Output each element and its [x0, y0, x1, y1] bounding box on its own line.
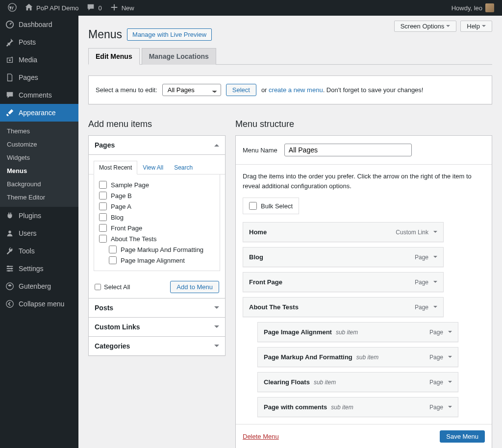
menu-name-label: Menu Name [243, 147, 277, 154]
page-check-row[interactable]: Sample Page [99, 179, 215, 190]
menu-label: Appearance [19, 109, 56, 117]
menu-name-input[interactable] [284, 144, 412, 156]
page-checkbox[interactable] [109, 256, 117, 264]
greeting-text: Howdy, leo [452, 4, 482, 12]
caret-down-icon[interactable] [433, 231, 437, 235]
submenu-customize[interactable]: Customize [0, 138, 78, 151]
delete-menu-link[interactable]: Delete Menu [243, 433, 279, 440]
page-check-row[interactable]: Page A [99, 201, 215, 212]
submenu-theme-editor[interactable]: Theme Editor [0, 191, 78, 204]
metabox-pages: Pages Most Recent View All Search Sample… [88, 135, 226, 299]
menu-tools[interactable]: Tools [0, 242, 78, 260]
menu-item-wrap: Clearing Floatssub itemPage [243, 372, 485, 392]
metabox-posts-toggle[interactable]: Posts [89, 299, 225, 317]
site-name[interactable]: PoP API Demo [21, 0, 82, 16]
menu-gutenberg[interactable]: Gutenberg [0, 277, 78, 295]
page-check-row[interactable]: Blog [99, 212, 215, 223]
caret-down-icon[interactable] [433, 306, 437, 310]
svg-point-8 [6, 300, 13, 307]
page-check-row[interactable]: Page Image Alignment [99, 255, 215, 266]
menu-item-row[interactable]: Page with commentssub itemPage [257, 397, 458, 417]
menu-item-row[interactable]: BlogPage [243, 247, 444, 267]
page-checkbox[interactable] [99, 235, 107, 243]
submenu-menus[interactable]: Menus [0, 164, 78, 177]
menu-item-wrap: Page Image Alignmentsub itemPage [243, 322, 485, 342]
metabox-pages-toggle[interactable]: Pages [89, 136, 225, 155]
add-to-menu-button[interactable]: Add to Menu [170, 281, 219, 293]
comment-icon [86, 3, 95, 13]
menu-label: Users [19, 229, 37, 237]
select-all-checkbox[interactable] [95, 284, 101, 290]
caret-down-icon[interactable] [448, 331, 452, 335]
caret-down-icon[interactable] [433, 256, 437, 260]
metabox-categories-toggle[interactable]: Categories [89, 337, 225, 355]
menu-item-type: Page [429, 404, 443, 411]
user-greeting[interactable]: Howdy, leo [448, 0, 498, 16]
menu-dashboard[interactable]: Dashboard [0, 16, 78, 33]
menu-appearance[interactable]: Appearance [0, 104, 78, 122]
tab-manage-locations[interactable]: Manage Locations [142, 48, 216, 65]
page-check-row[interactable]: Front Page [99, 223, 215, 233]
menu-plugins[interactable]: Plugins [0, 207, 78, 224]
bulk-select-box[interactable]: Bulk Select [243, 198, 299, 214]
page-check-row[interactable]: About The Tests [99, 233, 215, 244]
submenu-themes[interactable]: Themes [0, 124, 78, 138]
menu-item-type: Page [415, 279, 428, 286]
menu-item-wrap: About The TestsPage [243, 297, 485, 317]
page-checkbox[interactable] [99, 181, 107, 189]
dashboard-icon [5, 20, 15, 29]
select-all-label[interactable]: Select All [95, 283, 130, 291]
appearance-submenu: Themes Customize Widgets Menus Backgroun… [0, 122, 78, 207]
admin-sidebar: Dashboard Posts Media Pages Comments App… [0, 16, 78, 448]
page-checkbox[interactable] [99, 202, 107, 210]
help-toggle[interactable]: Help [460, 21, 492, 32]
tab-view-all[interactable]: View All [137, 161, 169, 174]
menu-settings[interactable]: Settings [0, 260, 78, 277]
caret-down-icon[interactable] [448, 406, 452, 410]
wp-logo[interactable] [4, 0, 21, 16]
menu-pages[interactable]: Pages [0, 69, 78, 86]
menu-media[interactable]: Media [0, 51, 78, 69]
menu-item-row[interactable]: Front PagePage [243, 272, 444, 292]
media-icon [5, 55, 15, 65]
caret-down-icon[interactable] [433, 281, 437, 285]
tab-edit-menus[interactable]: Edit Menus [88, 48, 140, 65]
wrench-icon [5, 246, 15, 256]
new-content[interactable]: New [106, 0, 138, 16]
caret-down-icon[interactable] [448, 356, 452, 360]
tab-search[interactable]: Search [169, 161, 198, 174]
submenu-background[interactable]: Background [0, 177, 78, 191]
sub-item-label: sub item [331, 404, 353, 411]
page-checkbox[interactable] [109, 246, 117, 253]
save-menu-button[interactable]: Save Menu [440, 430, 485, 443]
submenu-widgets[interactable]: Widgets [0, 151, 78, 164]
comments-bubble[interactable]: 0 [82, 0, 105, 16]
page-title: Menus [88, 28, 122, 41]
page-check-row[interactable]: Page Markup And Formatting [99, 244, 215, 255]
caret-down-icon[interactable] [448, 381, 452, 385]
page-checkbox[interactable] [99, 192, 107, 199]
sliders-icon [5, 264, 15, 274]
metabox-custom-links-toggle[interactable]: Custom Links [89, 318, 225, 336]
menu-item-row[interactable]: Clearing Floatssub itemPage [257, 372, 458, 392]
page-checkbox[interactable] [99, 213, 107, 221]
menu-item-row[interactable]: Page Image Alignmentsub itemPage [257, 322, 458, 342]
menu-collapse[interactable]: Collapse menu [0, 295, 78, 313]
bulk-select-checkbox[interactable] [249, 202, 257, 210]
menu-item-row[interactable]: About The TestsPage [243, 297, 444, 317]
create-new-menu-link[interactable]: create a new menu [269, 86, 323, 94]
menu-item-row[interactable]: HomeCustom Link [243, 222, 444, 242]
menu-select[interactable]: All Pages [162, 84, 221, 96]
menu-item-wrap: Page Markup And Formattingsub itemPage [243, 347, 485, 367]
menu-users[interactable]: Users [0, 224, 78, 242]
menu-posts[interactable]: Posts [0, 33, 78, 51]
page-checkbox[interactable] [99, 224, 107, 232]
menu-item-row[interactable]: Page Markup And Formattingsub itemPage [257, 347, 458, 367]
collapse-icon [5, 299, 15, 309]
menu-comments[interactable]: Comments [0, 86, 78, 104]
tab-most-recent[interactable]: Most Recent [94, 161, 137, 174]
select-button[interactable]: Select [226, 84, 256, 96]
screen-options-toggle[interactable]: Screen Options [394, 21, 457, 32]
manage-live-preview-button[interactable]: Manage with Live Preview [127, 28, 212, 41]
page-check-row[interactable]: Page B [99, 190, 215, 201]
